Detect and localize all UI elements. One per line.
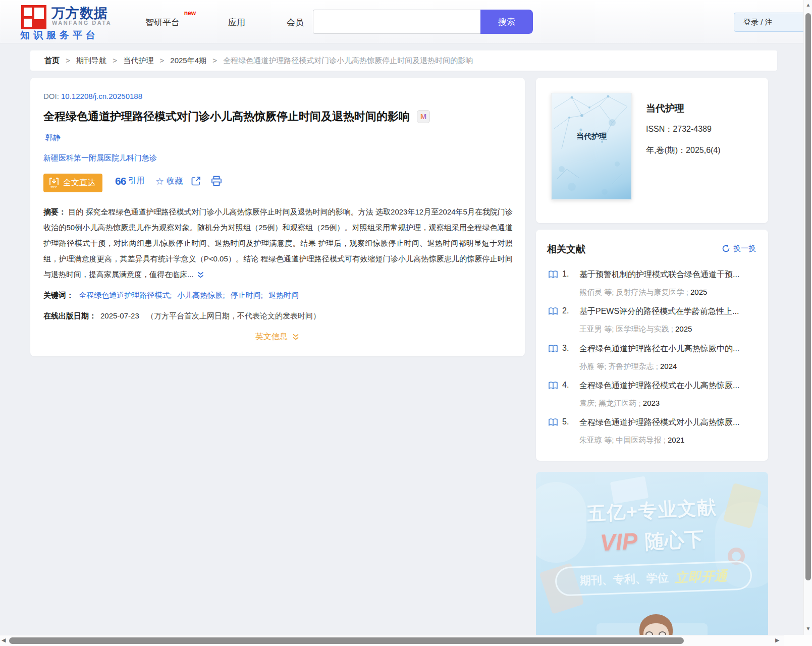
journal-name[interactable]: 当代护理 xyxy=(646,102,684,115)
breadcrumb-current: 全程绿色通道护理路径模式对门诊小儿高热惊厥停止时间及退热时间的影响 xyxy=(223,56,473,65)
keywords-row: 关键词： 全程绿色通道护理路径模式; 小儿高热惊厥; 停止时间; 退热时间 xyxy=(43,291,299,300)
horizontal-scroll-thumb[interactable] xyxy=(9,637,684,644)
journal-issn: ISSN：2732-4389 xyxy=(646,124,712,135)
article-panel: DOI: 10.12208/j.cn.20250188 全程绿色通道护理路径模式… xyxy=(30,78,525,356)
related-item-link[interactable]: 全程绿色通道护理路径在小儿高热惊厥中的... xyxy=(579,344,759,354)
vip-ad-art: 五亿+专业文献 VIP 随心下 期刊、专利、学位 立即开通 xyxy=(536,472,768,646)
pubdate-value: 2025-07-23 xyxy=(100,311,139,320)
keyword-separator: ; xyxy=(223,291,225,299)
related-item-meta: 朱亚琼 等; 中国医药导报 ; 2021 xyxy=(579,436,761,445)
article-actions: free 全文直达 66 引用 ☆ 收藏 xyxy=(43,174,508,193)
book-icon xyxy=(548,345,558,353)
abstract-text: 目的 探究全程绿色通道护理路径模式对门诊小儿高热惊厥停止时间及退热时间的影响。方… xyxy=(43,207,513,279)
journal-panel: 当代护理 当代护理 ISSN：2732-4389 年,卷(期)：2025,6(4… xyxy=(536,78,768,223)
book-icon xyxy=(548,418,558,426)
ad-cta-pill[interactable]: 期刊、专利、学位 立即开通 xyxy=(555,560,752,597)
related-item-number: 2. xyxy=(562,306,569,315)
breadcrumb-journal-nav[interactable]: 期刊导航 xyxy=(76,56,106,65)
abstract: 摘要： 目的 探究全程绿色通道护理路径模式对门诊小儿高热惊厥停止时间及退热时间的… xyxy=(43,204,513,284)
breadcrumb-separator: > xyxy=(212,56,217,65)
svg-text:free: free xyxy=(51,185,58,189)
brand-name-en: WANFANG DATA xyxy=(52,20,112,26)
m-site-badge[interactable]: M xyxy=(417,110,430,123)
related-item-number: 1. xyxy=(562,270,569,279)
doi-link[interactable]: 10.12208/j.cn.20250188 xyxy=(61,92,142,100)
related-item-meta: 熊佰灵 等; 反射疗法与康复医学 ; 2025 xyxy=(579,288,761,297)
breadcrumb-issue[interactable]: 2025年4期 xyxy=(170,56,206,65)
top-header: 万方数据 WANFANG DATA 知识服务平台 智研平台 new 应用 会员 … xyxy=(0,0,803,43)
brand-tagline: 知识服务平台 xyxy=(20,29,99,42)
breadcrumb-home[interactable]: 首页 xyxy=(44,56,60,65)
journal-volume: 年,卷(期)：2025,6(4) xyxy=(646,145,721,156)
chevron-double-down-icon xyxy=(292,334,300,342)
cover-network-art xyxy=(552,93,632,200)
fulltext-button[interactable]: free 全文直达 xyxy=(43,174,102,192)
abstract-label: 摘要： xyxy=(43,207,66,216)
search-input[interactable] xyxy=(313,10,480,34)
keyword-link[interactable]: 停止时间 xyxy=(231,291,261,299)
related-item-link[interactable]: 全程绿色通道护理路径模式在小儿高热惊厥... xyxy=(579,381,759,391)
author-link[interactable]: 郭静 xyxy=(45,133,61,143)
print-button[interactable] xyxy=(211,176,222,186)
vertical-scrollbar[interactable]: ▲ ▼ xyxy=(803,0,812,635)
cite-button[interactable]: 66 引用 xyxy=(115,176,144,186)
related-item-number: 5. xyxy=(562,417,569,426)
scrollbar-corner xyxy=(784,635,812,646)
book-icon xyxy=(548,307,558,315)
pubdate-note: （万方平台首次上网日期，不代表论文的发表时间） xyxy=(146,311,320,320)
search-button[interactable]: 搜索 xyxy=(480,10,533,34)
breadcrumb: 首页 > 期刊导航 > 当代护理 > 2025年4期 > 全程绿色通道护理路径模… xyxy=(30,50,777,71)
breadcrumb-separator: > xyxy=(159,56,164,65)
quote-icon: 66 xyxy=(115,176,126,186)
nav-item-apps[interactable]: 应用 xyxy=(228,17,245,28)
keyword-separator: ; xyxy=(261,291,263,299)
scroll-up-arrow[interactable]: ▲ xyxy=(804,2,812,8)
related-item-meta: 孙雁 等; 齐鲁护理杂志 ; 2024 xyxy=(579,362,761,371)
refresh-related-button[interactable]: 换一换 xyxy=(722,244,756,253)
nav-item-zhiyan-platform[interactable]: 智研平台 new xyxy=(145,17,180,28)
scroll-right-arrow[interactable]: ▶ xyxy=(775,637,779,643)
related-item-link[interactable]: 全程绿色通道护理路径模式对小儿高热惊厥... xyxy=(579,417,759,428)
related-item-number: 3. xyxy=(562,344,569,353)
related-item-number: 4. xyxy=(562,381,569,390)
pubdate-label: 在线出版日期： xyxy=(43,311,96,320)
scroll-down-arrow[interactable]: ▼ xyxy=(804,626,812,631)
expand-abstract-icon[interactable] xyxy=(197,272,204,280)
doi-row: DOI: 10.12208/j.cn.20250188 xyxy=(43,92,142,100)
related-title: 相关文献 xyxy=(547,243,585,256)
english-info-toggle[interactable]: 英文信息 xyxy=(30,332,525,343)
vip-ad-banner[interactable]: 五亿+专业文献 VIP 随心下 期刊、专利、学位 立即开通 xyxy=(536,472,768,646)
new-badge: new xyxy=(184,10,196,17)
breadcrumb-journal[interactable]: 当代护理 xyxy=(123,56,153,65)
keyword-link[interactable]: 退热时间 xyxy=(268,291,299,299)
share-icon xyxy=(191,176,201,186)
scroll-left-arrow[interactable]: ◀ xyxy=(2,637,6,643)
related-item-link[interactable]: 基于PEWS评分的路径模式在学龄前急性上... xyxy=(579,306,759,317)
affiliation-link[interactable]: 新疆医科第一附属医院儿科门急诊 xyxy=(43,153,157,163)
ad-cta-button: 立即开通 xyxy=(674,567,727,586)
online-pubdate-row: 在线出版日期：2025-07-23 （万方平台首次上网日期，不代表论文的发表时间… xyxy=(43,311,320,321)
related-item-link[interactable]: 基于预警机制的护理模式联合绿色通道干预... xyxy=(579,270,759,280)
keyword-link[interactable]: 全程绿色通道护理路径模式 xyxy=(79,291,170,299)
printer-icon xyxy=(211,176,222,186)
journal-cover[interactable]: 当代护理 xyxy=(551,93,632,200)
horizontal-scrollbar[interactable]: ◀ ▶ xyxy=(0,635,784,646)
keywords-label: 关键词： xyxy=(43,291,74,299)
vertical-scroll-thumb[interactable] xyxy=(805,13,811,580)
breadcrumb-separator: > xyxy=(113,56,117,65)
star-icon: ☆ xyxy=(155,176,164,187)
share-button[interactable] xyxy=(191,176,201,186)
wanfang-logo[interactable]: 万方数据 WANFANG DATA 知识服务平台 xyxy=(20,4,131,40)
nav-item-membership[interactable]: 会员 xyxy=(287,17,304,28)
wanfang-logo-icon xyxy=(21,5,46,29)
book-icon xyxy=(548,271,558,279)
favorite-button[interactable]: ☆ 收藏 xyxy=(155,176,183,187)
keyword-link[interactable]: 小儿高热惊厥 xyxy=(178,291,223,299)
download-free-icon: free xyxy=(48,177,60,189)
keyword-separator: ; xyxy=(170,291,172,299)
login-register-button[interactable]: 登录 / 注 xyxy=(734,13,809,32)
ad-vip-text: VIP xyxy=(600,528,638,556)
related-item-meta: 袁庆; 黑龙江医药 ; 2023 xyxy=(579,399,761,408)
related-literature-panel: 相关文献 换一换 1. 基于预警机制的护理模式联合绿色通道干预... 熊佰灵 等… xyxy=(536,230,768,461)
refresh-icon xyxy=(722,244,730,253)
